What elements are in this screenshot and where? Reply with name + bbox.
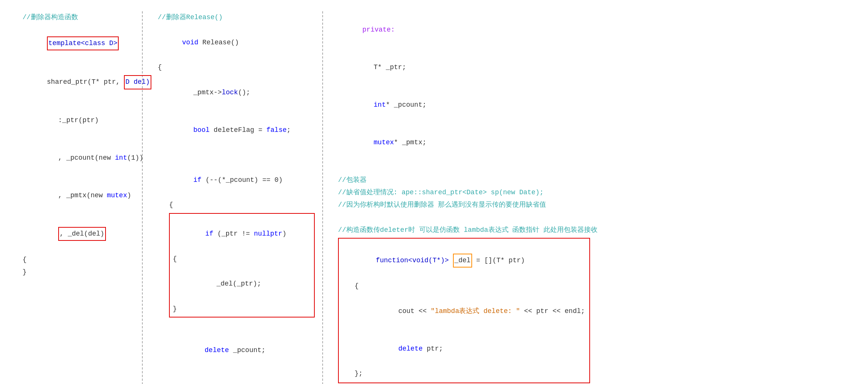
del-box-orange: _del [453, 254, 472, 268]
left-shared-ptr-line: shared_ptr(T* ptr, D del) [23, 63, 134, 102]
mid-blank1 [158, 149, 315, 161]
right-delete-ptr: delete ptr; [343, 330, 585, 367]
inner-if-box: if (_ptr != nullptr) { _del(_ptr); } [169, 213, 315, 317]
right-mutex-pmtx: mutex* _pmtx; [338, 124, 845, 162]
right-cmt-default: //缺省值处理情况: ape::shared_ptr<Date> sp(new … [338, 186, 845, 199]
right-blank1 [338, 162, 845, 174]
code-container: //删除器构造函数 template<class D> shared_ptr(T… [15, 8, 853, 384]
right-function-line: function<void(T*)> _del = [](T* ptr) [343, 241, 585, 280]
right-cmt-wrapper: //包装器 [338, 174, 845, 186]
left-close-brace: } [23, 266, 134, 278]
mid-comment: //删除器Release() [158, 11, 315, 24]
left-pcount-init: , _pcount(new int(1)) [23, 139, 134, 177]
mid-bool-decl: bool deleteFlag = false; [158, 111, 315, 149]
mid-open-brace: { [158, 61, 315, 74]
left-template-line: template<class D> [23, 24, 134, 63]
mid-delete-pcount: delete _pcount; [158, 331, 315, 369]
mid-inner-open: { [173, 253, 311, 265]
left-comment: //删除器构造函数 [23, 11, 134, 24]
left-pmtx-init: , _pmtx(new mutex) [23, 177, 134, 215]
del-del-box: , _del(del) [58, 227, 106, 241]
left-ptr-init: :_ptr(ptr) [23, 102, 134, 139]
right-lambda-open: { [343, 280, 585, 292]
mid-del-ptr: _del(_ptr); [173, 265, 311, 303]
mid-if-open-brace: { [158, 199, 315, 211]
left-del-init: , _del(del) [23, 215, 134, 254]
right-column: private: T* _ptr; int* _pcount; mutex* _… [323, 11, 853, 384]
mid-if-pcount: if (--(*_pcount) == 0) [158, 162, 315, 199]
right-private: private: [338, 11, 845, 49]
left-open-brace: { [23, 254, 134, 266]
right-int-pcount: int* _pcount; [338, 86, 845, 124]
right-cout-line: cout << "lambda表达式 delete: " << ptr << e… [343, 293, 585, 330]
mid-pmtx-lock: _pmtx->lock(); [158, 74, 315, 111]
mid-inner-if: if (_ptr != nullptr) [173, 215, 311, 253]
right-cmt-destructor: //因为你析构时默认使用删除器 那么遇到没有显示传的要使用缺省值 [338, 199, 845, 211]
mid-func-decl: void Release() [158, 24, 315, 61]
right-blank2 [338, 212, 845, 224]
mid-column: //删除器Release() void Release() { _pmtx->l… [143, 11, 323, 384]
mid-blank2 [158, 319, 315, 331]
template-class-box: template<class D> [47, 36, 119, 50]
mid-inner-close: } [173, 303, 311, 315]
big-red-box: function<void(T*)> _del = [](T* ptr) { c… [338, 238, 590, 383]
right-lambda-close: }; [343, 367, 585, 380]
mid-deleteflag-true: deleteFlag = true; [158, 369, 315, 384]
left-column: //删除器构造函数 template<class D> shared_ptr(T… [15, 11, 143, 384]
right-cmt-constructor: //构造函数传deleter时 可以是仿函数 lambda表达式 函数指针 此处… [338, 224, 845, 236]
right-t-ptr: T* _ptr; [338, 49, 845, 86]
